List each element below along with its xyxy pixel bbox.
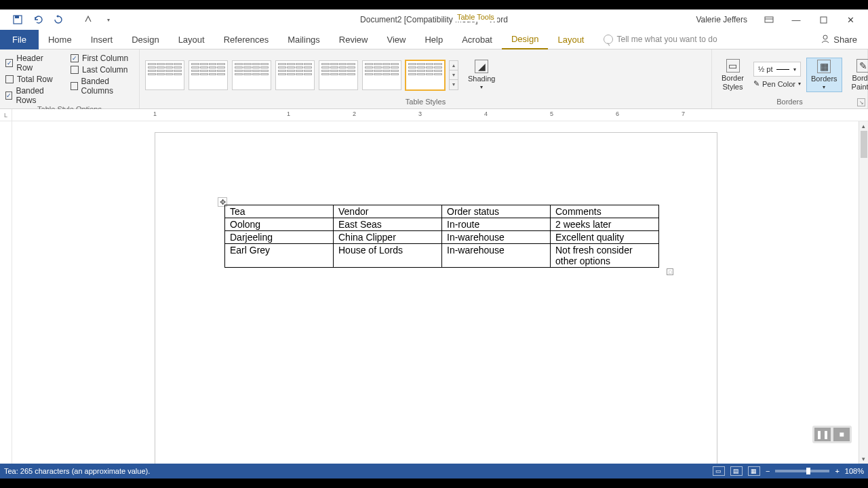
table-cell[interactable]: Darjeeling — [225, 231, 334, 244]
user-name[interactable]: Valerie Jeffers — [696, 15, 747, 24]
table-style-5[interactable] — [319, 60, 358, 90]
read-mode-icon[interactable]: ▭ — [713, 466, 725, 476]
tab-layout[interactable]: Layout — [169, 30, 214, 49]
tab-references[interactable]: References — [214, 30, 278, 49]
repeat-icon[interactable] — [53, 14, 64, 25]
group-table-styles: ▴▾▾ ◢ Shading ▾ Table Styles — [140, 49, 712, 108]
maximize-icon[interactable] — [810, 12, 837, 27]
table-cell[interactable]: Comments — [551, 205, 659, 218]
table-resize-handle-icon[interactable]: □ — [667, 268, 673, 275]
share-icon — [821, 34, 830, 45]
pause-icon[interactable]: ❚❚ — [814, 428, 831, 441]
table-cell[interactable]: Excellent quality — [551, 231, 659, 244]
table-style-active[interactable] — [406, 60, 445, 90]
table-style-3[interactable] — [232, 60, 271, 90]
table-cell[interactable]: East Seas — [334, 218, 442, 231]
touch-mode-icon[interactable] — [83, 14, 94, 25]
borders-button[interactable]: ▦ Borders ▾ — [806, 58, 842, 93]
table-cell[interactable]: Oolong — [225, 218, 334, 231]
table-cell[interactable]: Vendor — [334, 205, 442, 218]
pen-icon: ✎ — [753, 79, 760, 88]
shading-button[interactable]: ◢ Shading ▾ — [464, 58, 499, 92]
table-row: Tea Vendor Order status Comments — [225, 205, 659, 218]
horizontal-ruler[interactable]: 1 1 2 3 4 5 6 7 — [12, 109, 868, 121]
table-style-2[interactable] — [189, 60, 228, 90]
check-header-row[interactable]: ✓Header Row — [5, 54, 58, 73]
zoom-in-icon[interactable]: + — [835, 467, 839, 475]
lightbulb-icon — [604, 35, 613, 44]
document-table[interactable]: Tea Vendor Order status Comments Oolong … — [224, 205, 659, 268]
table-cell[interactable]: Earl Grey — [225, 244, 334, 268]
check-first-column[interactable]: ✓First Column — [71, 54, 134, 63]
ribbon-display-options-icon[interactable] — [755, 12, 783, 27]
tab-help[interactable]: Help — [415, 30, 452, 49]
paintbrush-icon: ✎ — [856, 59, 868, 73]
tab-insert[interactable]: Insert — [81, 30, 123, 49]
border-styles-button[interactable]: ▭ Border Styles — [717, 58, 748, 92]
table-cell[interactable]: House of Lords — [334, 244, 442, 268]
svg-rect-1 — [15, 16, 19, 18]
scroll-up-icon[interactable]: ▴ — [859, 121, 868, 131]
pen-weight-select[interactable]: ½ pt▾ — [753, 62, 801, 77]
print-layout-icon[interactable]: ▤ — [730, 466, 743, 476]
table-cell[interactable]: In-warehouse — [442, 244, 551, 268]
scroll-thumb[interactable] — [861, 131, 867, 158]
tab-view[interactable]: View — [377, 30, 415, 49]
table-style-gallery[interactable]: ▴▾▾ — [145, 60, 458, 90]
qat-customize-icon[interactable]: ▾ — [103, 14, 114, 25]
table-cell[interactable]: Order status — [442, 205, 551, 218]
ribbon: ✓Header Row Total Row ✓Banded Rows ✓Firs… — [0, 49, 868, 109]
group-label: Borders — [717, 98, 862, 107]
scroll-down-icon[interactable]: ▾ — [859, 454, 868, 464]
check-banded-rows[interactable]: ✓Banded Rows — [5, 86, 58, 105]
zoom-slider[interactable] — [775, 470, 829, 472]
editor-area: ✥ Tea Vendor Order status Comments Oolon… — [0, 121, 868, 464]
table-cell[interactable]: In-route — [442, 218, 551, 231]
vertical-ruler[interactable] — [0, 121, 12, 464]
minimize-icon[interactable]: — — [783, 12, 810, 27]
share-button[interactable]: Share — [821, 34, 857, 45]
tab-review[interactable]: Review — [330, 30, 378, 49]
table-cell[interactable]: China Clipper — [334, 231, 442, 244]
gallery-more-button[interactable]: ▴▾▾ — [449, 60, 458, 90]
vertical-scrollbar[interactable]: ▴ ▾ — [859, 121, 868, 464]
border-styles-icon: ▭ — [726, 59, 740, 73]
zoom-out-icon[interactable]: − — [766, 467, 770, 475]
dialog-launcher-icon[interactable]: ↘ — [857, 98, 865, 106]
table-cell[interactable]: In-warehouse — [442, 231, 551, 244]
check-banded-columns[interactable]: Banded Columns — [71, 77, 134, 96]
table-style-4[interactable] — [275, 60, 315, 90]
share-label: Share — [833, 35, 857, 45]
tab-table-layout[interactable]: Layout — [548, 30, 593, 49]
web-layout-icon[interactable]: ▦ — [748, 466, 760, 476]
contextual-tab-label: Table Tools — [454, 12, 497, 22]
close-icon[interactable]: ✕ — [837, 12, 864, 27]
tab-file[interactable]: File — [0, 30, 39, 49]
tab-design[interactable]: Design — [122, 30, 168, 49]
undo-icon[interactable] — [33, 14, 43, 25]
tab-acrobat[interactable]: Acrobat — [452, 30, 502, 49]
table-style-6[interactable] — [362, 60, 401, 90]
svg-point-4 — [823, 35, 827, 39]
tell-me-search[interactable]: Tell me what you want to do — [604, 35, 717, 44]
quick-access-toolbar: ▾ — [0, 14, 114, 25]
table-cell[interactable]: Tea — [225, 205, 334, 218]
tab-home[interactable]: Home — [39, 30, 81, 49]
table-cell[interactable]: 2 weeks later — [551, 218, 659, 231]
tab-mailings[interactable]: Mailings — [278, 30, 330, 49]
pen-color-button[interactable]: ✎Pen Color▾ — [753, 79, 801, 88]
table-style-1[interactable] — [145, 60, 184, 90]
zoom-value[interactable]: 108% — [845, 467, 864, 475]
check-last-column[interactable]: Last Column — [71, 65, 134, 75]
borders-grid-icon: ▦ — [817, 60, 831, 73]
check-total-row[interactable]: Total Row — [5, 75, 58, 84]
save-icon[interactable] — [12, 14, 23, 25]
stop-icon[interactable]: ■ — [833, 428, 850, 441]
table-row: Earl Grey House of Lords In-warehouse No… — [225, 244, 659, 268]
tab-table-design[interactable]: Design — [502, 30, 548, 49]
ruler-row: L 1 1 2 3 4 5 6 7 — [0, 109, 868, 121]
recording-overlay: ❚❚ ■ — [812, 426, 852, 443]
table-cell[interactable]: Not fresh consider other options — [551, 244, 659, 268]
page-surface[interactable]: ✥ Tea Vendor Order status Comments Oolon… — [12, 121, 859, 464]
border-painter-button[interactable]: ✎ Border Painter — [848, 58, 868, 92]
